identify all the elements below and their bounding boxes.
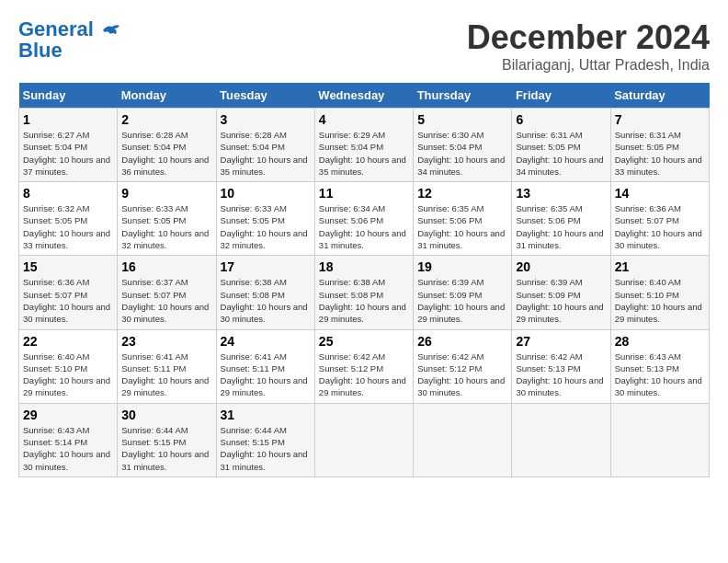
header-cell-wednesday: Wednesday <box>314 83 413 109</box>
day-info: Sunrise: 6:35 AMSunset: 5:06 PMDaylight:… <box>516 203 603 250</box>
header-cell-sunday: Sunday <box>19 83 118 109</box>
calendar-cell: 13 Sunrise: 6:35 AMSunset: 5:06 PMDaylig… <box>512 182 610 256</box>
day-number: 2 <box>121 112 211 127</box>
day-info: Sunrise: 6:28 AMSunset: 5:04 PMDaylight:… <box>121 130 209 177</box>
calendar-cell: 8 Sunrise: 6:32 AMSunset: 5:05 PMDayligh… <box>19 182 118 256</box>
day-info: Sunrise: 6:40 AMSunset: 5:10 PMDaylight:… <box>23 351 110 398</box>
day-number: 13 <box>516 186 606 201</box>
calendar-header-row: SundayMondayTuesdayWednesdayThursdayFrid… <box>19 83 710 109</box>
calendar-cell: 10 Sunrise: 6:33 AMSunset: 5:05 PMDaylig… <box>216 182 314 256</box>
day-number: 14 <box>615 186 705 201</box>
header-cell-monday: Monday <box>118 83 216 109</box>
day-number: 8 <box>23 186 113 201</box>
calendar-cell: 24 Sunrise: 6:41 AMSunset: 5:11 PMDaylig… <box>216 329 314 403</box>
calendar-cell <box>512 403 610 477</box>
calendar-body: 1 Sunrise: 6:27 AMSunset: 5:04 PMDayligh… <box>19 109 710 477</box>
day-info: Sunrise: 6:42 AMSunset: 5:13 PMDaylight:… <box>516 351 603 398</box>
day-info: Sunrise: 6:38 AMSunset: 5:08 PMDaylight:… <box>221 277 308 324</box>
day-info: Sunrise: 6:39 AMSunset: 5:09 PMDaylight:… <box>516 277 603 324</box>
day-number: 25 <box>319 334 409 349</box>
calendar-cell: 14 Sunrise: 6:36 AMSunset: 5:07 PMDaylig… <box>610 182 709 256</box>
day-number: 31 <box>221 408 311 422</box>
calendar-cell: 22 Sunrise: 6:40 AMSunset: 5:10 PMDaylig… <box>19 329 118 403</box>
header-cell-saturday: Saturday <box>610 83 709 109</box>
calendar-table: SundayMondayTuesdayWednesdayThursdayFrid… <box>18 83 710 477</box>
day-number: 15 <box>23 259 113 274</box>
day-number: 18 <box>319 259 409 274</box>
calendar-cell <box>610 403 709 477</box>
day-number: 4 <box>319 112 409 127</box>
calendar-cell: 29 Sunrise: 6:43 AMSunset: 5:14 PMDaylig… <box>19 403 118 477</box>
calendar-cell: 19 Sunrise: 6:39 AMSunset: 5:09 PMDaylig… <box>414 256 512 329</box>
day-number: 7 <box>615 112 705 127</box>
calendar-week-5: 29 Sunrise: 6:43 AMSunset: 5:14 PMDaylig… <box>19 403 710 477</box>
calendar-cell: 1 Sunrise: 6:27 AMSunset: 5:04 PMDayligh… <box>19 109 118 182</box>
header-cell-tuesday: Tuesday <box>216 83 314 109</box>
logo-text: General <box>18 18 121 40</box>
calendar-cell: 6 Sunrise: 6:31 AMSunset: 5:05 PMDayligh… <box>512 109 610 182</box>
calendar-cell: 26 Sunrise: 6:42 AMSunset: 5:12 PMDaylig… <box>414 329 512 403</box>
day-number: 27 <box>516 334 606 349</box>
day-number: 24 <box>221 334 311 349</box>
calendar-cell: 7 Sunrise: 6:31 AMSunset: 5:05 PMDayligh… <box>610 109 709 182</box>
day-number: 6 <box>516 112 606 127</box>
day-number: 30 <box>121 408 211 422</box>
calendar-cell: 2 Sunrise: 6:28 AMSunset: 5:04 PMDayligh… <box>118 109 216 182</box>
day-info: Sunrise: 6:36 AMSunset: 5:07 PMDaylight:… <box>23 277 110 324</box>
day-number: 26 <box>417 334 507 349</box>
calendar-cell: 18 Sunrise: 6:38 AMSunset: 5:08 PMDaylig… <box>314 256 413 329</box>
day-number: 19 <box>417 259 507 274</box>
day-info: Sunrise: 6:44 AMSunset: 5:15 PMDaylight:… <box>121 425 209 472</box>
calendar-cell: 30 Sunrise: 6:44 AMSunset: 5:15 PMDaylig… <box>118 403 216 477</box>
day-info: Sunrise: 6:39 AMSunset: 5:09 PMDaylight:… <box>417 277 505 324</box>
calendar-title: December 2024 <box>467 18 710 57</box>
day-number: 3 <box>221 112 311 127</box>
day-number: 23 <box>121 334 211 349</box>
calendar-week-3: 15 Sunrise: 6:36 AMSunset: 5:07 PMDaylig… <box>19 256 710 329</box>
day-info: Sunrise: 6:34 AMSunset: 5:06 PMDaylight:… <box>319 203 406 250</box>
calendar-cell: 3 Sunrise: 6:28 AMSunset: 5:04 PMDayligh… <box>216 109 314 182</box>
calendar-cell: 12 Sunrise: 6:35 AMSunset: 5:06 PMDaylig… <box>414 182 512 256</box>
calendar-cell: 16 Sunrise: 6:37 AMSunset: 5:07 PMDaylig… <box>118 256 216 329</box>
day-number: 5 <box>417 112 507 127</box>
day-number: 11 <box>319 186 409 201</box>
day-number: 28 <box>615 334 705 349</box>
day-number: 22 <box>23 334 113 349</box>
calendar-cell: 11 Sunrise: 6:34 AMSunset: 5:06 PMDaylig… <box>314 182 413 256</box>
day-number: 10 <box>221 186 311 201</box>
day-number: 17 <box>221 259 311 274</box>
day-number: 20 <box>516 259 606 274</box>
day-info: Sunrise: 6:33 AMSunset: 5:05 PMDaylight:… <box>221 203 308 250</box>
calendar-cell: 20 Sunrise: 6:39 AMSunset: 5:09 PMDaylig… <box>512 256 610 329</box>
calendar-week-2: 8 Sunrise: 6:32 AMSunset: 5:05 PMDayligh… <box>19 182 710 256</box>
title-block: December 2024 Bilariaganj, Uttar Pradesh… <box>467 18 710 74</box>
calendar-cell: 31 Sunrise: 6:44 AMSunset: 5:15 PMDaylig… <box>216 403 314 477</box>
day-info: Sunrise: 6:44 AMSunset: 5:15 PMDaylight:… <box>221 425 308 472</box>
day-info: Sunrise: 6:41 AMSunset: 5:11 PMDaylight:… <box>121 351 209 398</box>
day-info: Sunrise: 6:33 AMSunset: 5:05 PMDaylight:… <box>121 203 209 250</box>
day-info: Sunrise: 6:29 AMSunset: 5:04 PMDaylight:… <box>319 130 406 177</box>
calendar-cell: 17 Sunrise: 6:38 AMSunset: 5:08 PMDaylig… <box>216 256 314 329</box>
day-number: 21 <box>615 259 705 274</box>
calendar-cell: 21 Sunrise: 6:40 AMSunset: 5:10 PMDaylig… <box>610 256 709 329</box>
day-number: 16 <box>121 259 211 274</box>
calendar-week-1: 1 Sunrise: 6:27 AMSunset: 5:04 PMDayligh… <box>19 109 710 182</box>
day-info: Sunrise: 6:28 AMSunset: 5:04 PMDaylight:… <box>221 130 308 177</box>
day-info: Sunrise: 6:36 AMSunset: 5:07 PMDaylight:… <box>615 203 702 250</box>
day-info: Sunrise: 6:43 AMSunset: 5:13 PMDaylight:… <box>615 351 702 398</box>
day-number: 29 <box>23 408 113 422</box>
header-cell-friday: Friday <box>512 83 610 109</box>
calendar-cell: 25 Sunrise: 6:42 AMSunset: 5:12 PMDaylig… <box>314 329 413 403</box>
day-number: 12 <box>417 186 507 201</box>
logo: General Blue <box>18 18 121 61</box>
day-info: Sunrise: 6:27 AMSunset: 5:04 PMDaylight:… <box>23 130 110 177</box>
day-info: Sunrise: 6:31 AMSunset: 5:05 PMDaylight:… <box>615 130 702 177</box>
calendar-cell: 15 Sunrise: 6:36 AMSunset: 5:07 PMDaylig… <box>19 256 118 329</box>
day-info: Sunrise: 6:30 AMSunset: 5:04 PMDaylight:… <box>417 130 505 177</box>
header-cell-thursday: Thursday <box>414 83 512 109</box>
day-info: Sunrise: 6:37 AMSunset: 5:07 PMDaylight:… <box>121 277 209 324</box>
day-number: 9 <box>121 186 211 201</box>
day-number: 1 <box>23 112 113 127</box>
calendar-cell: 28 Sunrise: 6:43 AMSunset: 5:13 PMDaylig… <box>610 329 709 403</box>
day-info: Sunrise: 6:35 AMSunset: 5:06 PMDaylight:… <box>417 203 505 250</box>
